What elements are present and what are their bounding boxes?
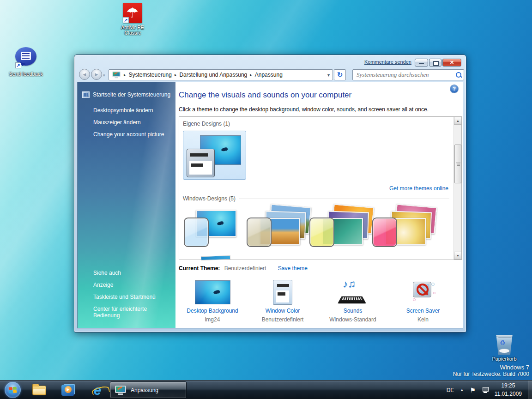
sidebar-item-display[interactable]: Anzeige: [78, 279, 175, 291]
windows-logo-icon: [9, 387, 17, 393]
get-more-themes-link[interactable]: Get more themes online: [389, 185, 448, 192]
group-header-custom-themes: Eigene Designs (1): [183, 121, 450, 127]
shortcut-arrow-icon: ↗: [15, 62, 21, 68]
theme-gallery: Eigene Designs (1) Get more themes onlin…: [179, 116, 462, 260]
current-theme-label: Current Theme:: [179, 265, 220, 272]
personalization-icon: [112, 72, 120, 78]
theme-glass-swatch: [309, 218, 334, 247]
window-body: Startseite der Systemsteuerung Desktopsy…: [77, 82, 463, 328]
send-feedback-link[interactable]: Kommentare senden: [364, 59, 411, 65]
recycle-bin-icon: ♻: [496, 333, 513, 355]
sidebar-item-mouse-pointers[interactable]: Mauszeiger ändern: [78, 116, 175, 128]
theme-tile-landschaften[interactable]: [246, 206, 307, 254]
theme-scrollbar[interactable]: ▲ ▼: [453, 117, 461, 260]
page-subtitle: Click a theme to change the desktop back…: [179, 106, 429, 113]
theme-glass-swatch: [372, 218, 397, 247]
theme-tile-szenen[interactable]: [308, 206, 369, 254]
sidebar-see-also-header: Siehe auch: [78, 267, 175, 279]
forward-button[interactable]: ►: [91, 69, 102, 80]
help-icon[interactable]: ?: [450, 85, 458, 93]
breadcrumb-item-systemsteuerung[interactable]: Systemsteuerung: [129, 72, 172, 78]
desktop-icon-label: Send feedback: [6, 71, 45, 77]
breadcrumb-item-anpassung[interactable]: Anpassung: [255, 72, 283, 78]
setting-screen-saver[interactable]: Screen Saver Kein: [388, 279, 458, 323]
build-watermark: Windows 7 Nur für Testzwecke. Build 7000: [453, 364, 529, 377]
minimize-button[interactable]: [415, 59, 428, 66]
group-header-windows-themes: Windows-Designs (5): [183, 195, 450, 202]
search-box[interactable]: [352, 69, 464, 80]
media-player-icon: [61, 385, 74, 396]
theme-glass-swatch: [184, 218, 209, 247]
window-color-icon: [273, 280, 292, 305]
sidebar-home-label: Startseite der Systemsteuerung: [93, 91, 170, 98]
personalization-icon: [115, 386, 126, 395]
taskbar-button-anpassung[interactable]: Anpassung: [110, 381, 187, 399]
theme-glass-swatch: [247, 218, 272, 247]
sidebar-item-control-panel-home[interactable]: Startseite der Systemsteuerung: [78, 82, 175, 98]
window-titlebar[interactable]: Kommentare senden ✕: [74, 55, 466, 69]
start-button[interactable]: [5, 382, 21, 398]
breadcrumb-separator-icon: ▸: [250, 73, 252, 77]
scroll-up-icon[interactable]: ▲: [454, 117, 462, 125]
taskbar-explorer-button[interactable]: [30, 383, 49, 398]
sidebar-item-ease-of-access[interactable]: Center für erleichterte Bedienung: [78, 303, 175, 321]
back-button[interactable]: ◄: [79, 69, 90, 80]
system-tray: DE ▲ ⚑ 19:25 11.01.2009: [447, 381, 522, 399]
setting-window-color[interactable]: Window Color Benutzerdefiniert: [248, 279, 317, 323]
save-theme-link[interactable]: Save theme: [278, 265, 308, 272]
control-panel-icon: [82, 91, 90, 98]
clock-time: 19:25: [495, 382, 522, 390]
page-title: Change the visuals and sounds on your co…: [179, 91, 351, 100]
address-bar-row: ◄ ► ▾ ▸ Systemsteuerung ▸ Darstellung un…: [74, 69, 466, 82]
refresh-icon: ↻: [337, 71, 343, 79]
desktop-background-icon: [195, 280, 230, 304]
theme-tile-custom-selected[interactable]: [183, 131, 246, 180]
desktop-icon-send-feedback[interactable]: ↗ Send feedback: [6, 47, 45, 77]
breadcrumb-separator-icon: ▸: [124, 73, 126, 77]
feedback-bubble-icon: ↗: [15, 47, 36, 66]
action-center-flag-icon[interactable]: ⚑: [470, 387, 476, 394]
network-icon[interactable]: [482, 387, 489, 393]
search-input[interactable]: [357, 71, 449, 79]
recent-pages-caret-icon[interactable]: ▾: [103, 73, 105, 78]
taskbar-clock[interactable]: 19:25 11.01.2009: [495, 382, 522, 398]
sidebar-item-desktop-icons[interactable]: Desktopsymbole ändern: [78, 104, 175, 116]
taskbar-media-player-button[interactable]: [58, 383, 78, 398]
taskbar-internet-explorer-button[interactable]: e: [88, 383, 107, 398]
watermark-line2: Nur für Testzwecke. Build 7000: [453, 371, 529, 377]
theme-tile-windows7-aero[interactable]: [183, 206, 244, 254]
setting-sounds[interactable]: ♪♫ Sounds Windows-Standard: [318, 279, 387, 323]
sidebar-item-taskbar-startmenu[interactable]: Taskleiste und Startmenü: [78, 291, 175, 303]
current-theme-value: Benutzerdefiniert: [224, 265, 266, 272]
desktop-icon-recycle-bin[interactable]: ♻ Papierkorb: [487, 333, 522, 362]
sidebar: Startseite der Systemsteuerung Desktopsy…: [78, 82, 175, 328]
personalization-window: Kommentare senden ✕ ◄ ► ▾ ▸ Systemsteuer…: [74, 54, 466, 332]
setting-desktop-background[interactable]: Desktop Background img24: [178, 279, 247, 323]
taskbar-button-label: Anpassung: [131, 387, 158, 393]
internet-explorer-icon: e: [94, 383, 101, 398]
watermark-line1: Windows 7: [453, 364, 529, 371]
shortcut-arrow-icon: ↗: [123, 17, 129, 23]
breadcrumb[interactable]: ▸ Systemsteuerung ▸ Darstellung und Anpa…: [109, 69, 333, 80]
show-desktop-button[interactable]: [528, 381, 532, 399]
language-indicator[interactable]: DE: [447, 387, 454, 393]
explorer-folder-icon: [32, 386, 46, 395]
desktop-icon-antivir[interactable]: ☂ ↗ AntiVir PE Classic: [113, 3, 152, 36]
scrollbar-thumb[interactable]: [454, 145, 461, 183]
show-hidden-icons-icon[interactable]: ▲: [460, 388, 464, 392]
close-button[interactable]: ✕: [442, 59, 461, 66]
refresh-button[interactable]: ↻: [334, 69, 346, 80]
breadcrumb-separator-icon: ▸: [175, 73, 177, 77]
address-dropdown-caret-icon[interactable]: ▾: [327, 73, 330, 78]
maximize-button[interactable]: [429, 59, 441, 66]
main-pane: ? Change the visuals and sounds on your …: [175, 82, 463, 328]
desktop-icon-label: Papierkorb: [487, 356, 522, 362]
scroll-down-icon[interactable]: ▼: [454, 252, 462, 260]
clock-date: 11.01.2009: [495, 390, 522, 398]
screen-saver-icon: [410, 280, 436, 305]
theme-tile-partial[interactable]: [201, 255, 230, 260]
breadcrumb-item-darstellung[interactable]: Darstellung und Anpassung: [179, 72, 247, 78]
sidebar-item-account-picture[interactable]: Change your account picture: [78, 128, 175, 140]
current-theme-row: Current Theme: Benutzerdefiniert Save th…: [179, 265, 308, 272]
theme-tile-natur[interactable]: [371, 206, 432, 254]
